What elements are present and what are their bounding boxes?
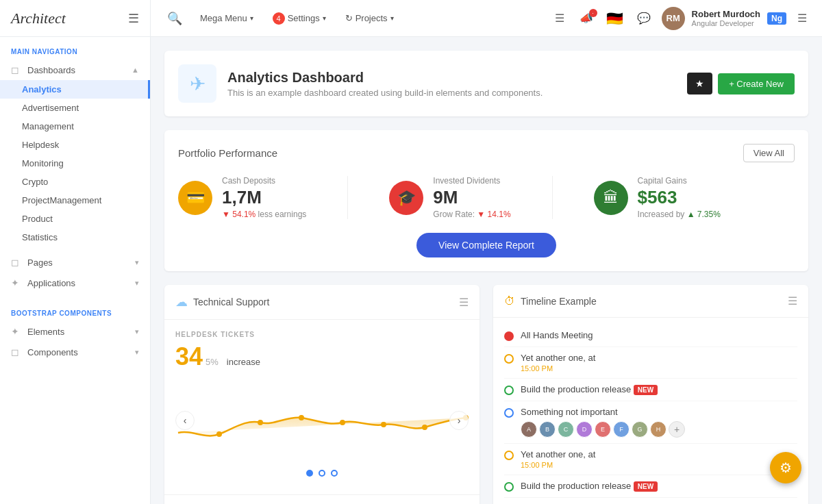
sidebar-item-elements[interactable]: ✦ Elements ▾ <box>0 321 150 342</box>
invested-sub: Grow Rate: ▼ 14.1% <box>433 210 510 219</box>
chart-prev-button[interactable]: ‹ <box>175 411 195 430</box>
sidebar-item-dashboards[interactable]: ◻ Dashboards ▲ <box>0 60 150 80</box>
sidebar-toggle-icon[interactable]: ☰ <box>128 11 139 26</box>
sidebar-item-applications[interactable]: ✦ Applications ▾ <box>0 273 150 293</box>
timeline-text: Yet another one, at <box>521 449 595 459</box>
components-icon: ◻ <box>11 346 22 357</box>
tickets-increase: increase <box>227 357 260 367</box>
svg-point-4 <box>381 422 386 427</box>
capital-value: $563 <box>638 187 721 208</box>
product-label: Product <box>22 214 53 224</box>
svg-point-2 <box>299 415 304 420</box>
list-item: This dot has an info state <box>504 498 797 504</box>
chevron-down-icon: ▾ <box>135 279 139 288</box>
card-menu-icon[interactable]: ☰ <box>459 296 469 309</box>
menu-icon-button[interactable]: ☰ <box>551 9 569 27</box>
main-content: ✈ Analytics Dashboard This is an example… <box>151 37 822 504</box>
user-info: Robert Murdoch Angular Developer <box>692 9 760 27</box>
dashboard-icon: ◻ <box>11 64 22 75</box>
airplane-icon: ✈ <box>190 73 206 95</box>
pages-label: Pages <box>27 257 53 268</box>
sidebar-item-pages[interactable]: ◻ Pages ▾ <box>0 252 150 273</box>
chart-next-button[interactable]: › <box>449 411 469 430</box>
new-badge: NEW <box>634 385 658 395</box>
mega-menu-item[interactable]: Mega Menu ▾ <box>193 10 260 26</box>
monitoring-label: Monitoring <box>22 158 64 168</box>
gear-icon: ⚙ <box>780 459 792 476</box>
star-button[interactable]: ★ <box>687 73 712 94</box>
portfolio-title: Portfolio Performance <box>178 147 277 159</box>
fab-button[interactable]: ⚙ <box>770 452 801 483</box>
page-title: Analytics Dashboard <box>227 70 543 86</box>
user-name: Robert Murdoch <box>692 9 760 19</box>
timeline-menu-icon[interactable]: ☰ <box>788 294 797 307</box>
list-item: Yet another one, at 15:00 PM <box>504 444 797 475</box>
elements-label: Elements <box>27 327 64 337</box>
technical-support-card: ☁ Technical Support ☰ HELPDESK TICKETS 3… <box>164 285 480 504</box>
sidebar-item-components[interactable]: ◻ Components ▾ <box>0 342 150 362</box>
timeline-icon: ⏱ <box>504 295 515 307</box>
projects-menu-item[interactable]: ↻ Projects ▾ <box>338 10 401 26</box>
chevron-down-icon: ▾ <box>135 327 139 336</box>
view-all-button[interactable]: View All <box>743 144 795 162</box>
helpdesk-label: Helpdesk <box>22 140 59 150</box>
notification-button[interactable]: 📣 · <box>575 9 597 27</box>
capital-sub: Increased by ▲ 7.35% <box>638 210 721 219</box>
analytics-label: Analytics <box>22 84 62 94</box>
sidebar-item-product[interactable]: Product <box>0 210 150 228</box>
tickets-label: HELPDESK TICKETS <box>175 331 469 338</box>
metric-cash-deposits: 💳 Cash Deposits 1,7M ▼ 54.1% less earnin… <box>178 176 306 219</box>
timeline-dot-yellow-2 <box>504 451 514 460</box>
capital-label: Capital Gains <box>638 176 721 186</box>
cash-value: 1,7M <box>222 187 306 208</box>
header-actions: ★ + Create New <box>687 73 795 94</box>
chevron-up-icon: ▲ <box>132 66 139 74</box>
settings-badge: 4 <box>273 12 285 25</box>
chart-dot-2[interactable] <box>319 470 325 477</box>
sidebar-item-analytics[interactable]: Analytics <box>0 80 150 99</box>
cash-sub: ▼ 54.1% less earnings <box>222 210 306 219</box>
timeline-list: All Hands Meeting Yet another one, at 15… <box>493 318 808 504</box>
sidebar-item-statistics[interactable]: Statistics <box>0 228 150 247</box>
dashboards-label: Dashboards <box>27 65 75 75</box>
mega-menu-label: Mega Menu <box>200 13 247 23</box>
chart-dot-3[interactable] <box>331 470 338 477</box>
chevron-down-icon: ▾ <box>135 258 139 267</box>
crypto-label: Crypto <box>22 177 48 187</box>
view-report-button[interactable]: View Complete Report <box>416 233 556 257</box>
chart-pagination <box>175 463 469 483</box>
sidebar-item-monitoring[interactable]: Monitoring <box>0 154 150 173</box>
search-button[interactable]: 🔍 <box>162 8 188 29</box>
sidebar-item-helpdesk[interactable]: Helpdesk <box>0 136 150 154</box>
brand-logo: Architect <box>11 10 66 27</box>
user-framework-badge: Ng <box>767 12 786 25</box>
sidebar-item-crypto[interactable]: Crypto <box>0 173 150 191</box>
add-avatar-button[interactable]: + <box>669 421 685 438</box>
sidebar-item-management[interactable]: Management <box>0 117 150 136</box>
right-hamburger-button[interactable]: ☰ <box>793 9 811 27</box>
top-navigation: Architect ☰ 🔍 Mega Menu ▾ 4 Settings ▾ ↻… <box>0 0 822 37</box>
mini-avatar: F <box>613 421 630 438</box>
chat-button[interactable]: 💬 <box>633 9 655 27</box>
cash-icon: 💳 <box>178 181 212 215</box>
chart-dot-1[interactable] <box>306 470 313 477</box>
svg-point-1 <box>258 420 263 425</box>
applications-icon: ✦ <box>11 277 22 288</box>
timeline-title: ⏱ Timeline Example <box>504 295 597 307</box>
mini-avatar: G <box>632 421 648 438</box>
avatar[interactable]: RM <box>662 7 685 30</box>
chevron-down-icon: ▾ <box>250 14 253 22</box>
sidebar-item-advertisement[interactable]: Advertisement <box>0 99 150 117</box>
cloud-icon: ☁ <box>175 294 188 310</box>
notif-dot: · <box>589 9 597 17</box>
advertisement-label: Advertisement <box>22 103 79 113</box>
language-selector[interactable]: 🇩🇪 <box>604 8 626 29</box>
list-item: Build the production release NEW <box>504 379 797 401</box>
sales-progress: SALES PROGRESS Total Orders Last year ex… <box>164 494 480 504</box>
tickets-percent: 5% <box>206 357 219 367</box>
create-new-button[interactable]: + Create New <box>718 73 795 94</box>
metric-divider <box>347 176 348 219</box>
settings-menu-item[interactable]: 4 Settings ▾ <box>266 10 333 27</box>
sidebar-item-projectmanagement[interactable]: ProjectManagement <box>0 191 150 210</box>
timeline-sub: 15:00 PM <box>521 461 797 469</box>
